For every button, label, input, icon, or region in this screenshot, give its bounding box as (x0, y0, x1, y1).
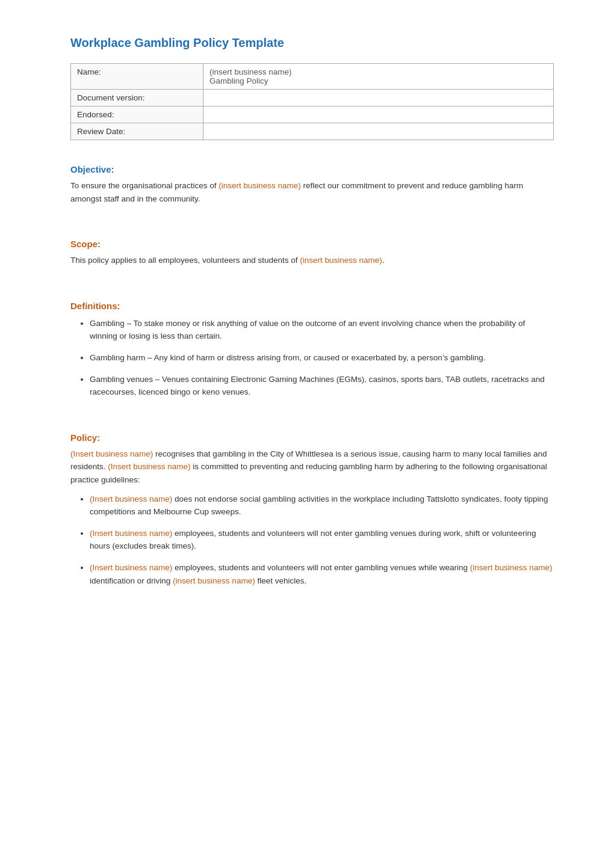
definitions-list: Gambling – To stake money or risk anythi… (70, 317, 554, 399)
scope-section: Scope: This policy applies to all employ… (70, 239, 554, 267)
value-name: (insert business name) Gambling Policy (203, 64, 554, 90)
policy-item3-placeholder3: (insert business name) (173, 576, 255, 585)
objective-text-before: To ensure the organisational practices o… (70, 181, 219, 190)
table-row-version: Document version: (71, 90, 554, 106)
scope-text-after: . (382, 256, 385, 265)
table-row-name: Name: (insert business name) Gambling Po… (71, 64, 554, 90)
policy-item3-text-after: fleet vehicles. (255, 576, 307, 585)
definition-gambling-venues: Gambling venues – Venues containing Elec… (90, 375, 545, 397)
list-item: (Insert business name) employees, studen… (90, 561, 554, 587)
objective-heading: Objective: (70, 164, 554, 174)
policy-placeholder2: (Insert business name) (108, 462, 190, 471)
scope-text-before: This policy applies to all employees, vo… (70, 256, 300, 265)
list-item: Gambling venues – Venues containing Elec… (90, 373, 554, 399)
list-item: Gambling – To stake money or risk anythi… (90, 317, 554, 343)
policy-heading: Policy: (70, 432, 554, 443)
label-name: Name: (71, 64, 203, 90)
definition-gambling: Gambling – To stake money or risk anythi… (90, 319, 525, 341)
list-item: (Insert business name) employees, studen… (90, 527, 554, 553)
page-container: Workplace Gambling Policy Template Name:… (0, 0, 614, 657)
policy-section: Policy: (Insert business name) recognise… (70, 432, 554, 587)
name-value-line1: (insert business name) (209, 67, 292, 76)
value-version (203, 90, 554, 106)
scope-heading: Scope: (70, 239, 554, 249)
policy-item3-placeholder2: (insert business name) (470, 563, 553, 572)
objective-body: To ensure the organisational practices o… (70, 179, 554, 205)
label-review: Review Date: (71, 123, 203, 140)
name-value-line2: Gambling Policy (209, 76, 268, 85)
policy-item3-text-before: employees, students and volunteers will … (172, 563, 470, 572)
list-item: (Insert business name) does not endorse … (90, 493, 554, 519)
value-endorsed (203, 106, 554, 123)
label-version: Document version: (71, 90, 203, 106)
definitions-heading: Definitions: (70, 301, 554, 311)
policy-list: (Insert business name) does not endorse … (70, 493, 554, 588)
policy-placeholder1: (Insert business name) (70, 449, 153, 458)
info-table: Name: (insert business name) Gambling Po… (70, 63, 554, 140)
scope-placeholder: (insert business name) (300, 256, 382, 265)
page-title: Workplace Gambling Policy Template (70, 36, 554, 50)
table-row-endorsed: Endorsed: (71, 106, 554, 123)
policy-item1-placeholder: (Insert business name) (90, 494, 172, 503)
value-review (203, 123, 554, 140)
policy-intro: (Insert business name) recognises that g… (70, 448, 554, 487)
label-endorsed: Endorsed: (71, 106, 203, 123)
list-item: Gambling harm – Any kind of harm or dist… (90, 351, 554, 365)
scope-body: This policy applies to all employees, vo… (70, 254, 554, 267)
objective-section: Objective: To ensure the organisational … (70, 164, 554, 205)
policy-item3-placeholder1: (Insert business name) (90, 563, 172, 572)
objective-placeholder: (insert business name) (219, 181, 301, 190)
definitions-section: Definitions: Gambling – To stake money o… (70, 301, 554, 399)
definition-gambling-harm: Gambling harm – Any kind of harm or dist… (90, 353, 486, 362)
policy-item3-text-middle: identification or driving (90, 576, 173, 585)
policy-item2-placeholder: (Insert business name) (90, 529, 172, 538)
table-row-review: Review Date: (71, 123, 554, 140)
